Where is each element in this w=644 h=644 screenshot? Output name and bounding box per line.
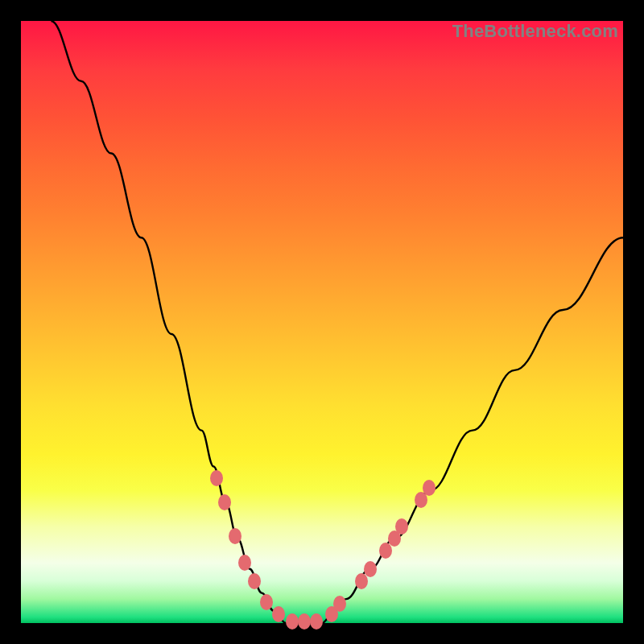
marker-point [310,613,323,630]
plot-area: TheBottleneck.com [21,21,623,623]
marker-point [286,613,299,630]
marker-point [229,528,242,544]
chart-frame: TheBottleneck.com [0,0,644,644]
marker-point [272,606,285,622]
marker-point [248,573,261,589]
marker-point [423,480,436,496]
marker-point [379,543,392,559]
marker-point [298,613,311,630]
marker-point [364,561,377,577]
bottleneck-curve [21,21,623,623]
marker-point [260,594,273,610]
